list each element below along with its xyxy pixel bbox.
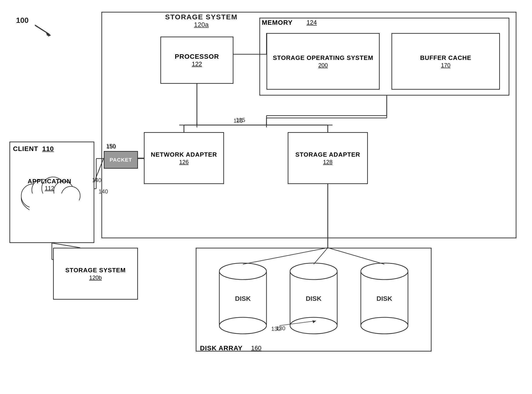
buffer-cache-box: BUFFER CACHE 170	[391, 33, 500, 90]
client-label: CLIENT 110	[13, 145, 54, 153]
client-title: CLIENT	[13, 145, 38, 152]
processor-ref: 122	[192, 60, 202, 68]
packet-title: PACKET	[110, 157, 132, 163]
storage-adapter-ref: 128	[323, 159, 332, 165]
svg-text:DISK: DISK	[306, 295, 322, 302]
client-ref: 110	[42, 145, 54, 152]
network-adapter-box: NETWORK ADAPTER 126	[144, 132, 224, 184]
sos-ref: 200	[318, 62, 328, 69]
svg-text:DISK: DISK	[377, 295, 392, 302]
label-100: 100	[16, 16, 29, 25]
svg-line-11	[52, 243, 80, 248]
storage-system-title: STORAGE SYSTEM	[165, 13, 238, 21]
svg-point-29	[361, 263, 408, 280]
sos-box: STORAGE OPERATING SYSTEM 200	[266, 33, 380, 90]
disk-cylinders-svg: DISK DISK DISK	[200, 252, 432, 342]
buffer-cache-ref: 170	[441, 62, 450, 69]
processor-title: PROCESSOR	[175, 53, 219, 60]
svg-point-26	[290, 317, 337, 334]
packet-box: PACKET	[104, 151, 138, 169]
network-adapter-title: NETWORK ADAPTER	[151, 151, 217, 159]
application-label: APPLICATION 112	[20, 178, 79, 192]
disk-array-label: DISK ARRAY	[200, 344, 243, 352]
storage-adapter-box: STORAGE ADAPTER 128	[288, 132, 368, 184]
svg-marker-1	[46, 33, 50, 36]
svg-text:DISK: DISK	[235, 295, 251, 302]
svg-point-22	[219, 317, 266, 334]
svg-point-25	[290, 263, 337, 280]
svg-point-30	[361, 317, 408, 334]
storage-system-ref: 120a	[165, 21, 238, 29]
application-ref: 112	[20, 185, 79, 192]
application-title: APPLICATION	[20, 178, 79, 185]
network-adapter-ref: 126	[179, 159, 189, 165]
svg-point-21	[219, 263, 266, 280]
storage-system-label: STORAGE SYSTEM 120a	[165, 13, 238, 29]
svg-marker-33	[47, 33, 51, 36]
processor-box: PROCESSOR 122	[160, 36, 233, 84]
client-box	[10, 142, 94, 243]
storage-system-b-title: STORAGE SYSTEM	[65, 266, 126, 274]
storage-system-b-ref: 120b	[89, 274, 102, 281]
storage-adapter-title: STORAGE ADAPTER	[295, 151, 360, 159]
svg-line-32	[35, 26, 51, 35]
label-140: 140	[92, 177, 101, 184]
disk-array-ref: 160	[251, 344, 261, 352]
storage-system-b-box: STORAGE SYSTEM 120b	[53, 248, 138, 300]
label-125: 125	[236, 117, 245, 123]
sos-title: STORAGE OPERATING SYSTEM	[273, 54, 373, 62]
memory-label: MEMORY	[262, 19, 293, 26]
diagram: 100 STORAGE SYSTEM 120a PROCESSOR 122 ME…	[0, 0, 532, 394]
packet-ref-label: 150	[106, 143, 116, 149]
svg-line-0	[35, 25, 50, 34]
buffer-cache-title: BUFFER CACHE	[420, 54, 471, 62]
memory-ref: 124	[307, 19, 317, 26]
